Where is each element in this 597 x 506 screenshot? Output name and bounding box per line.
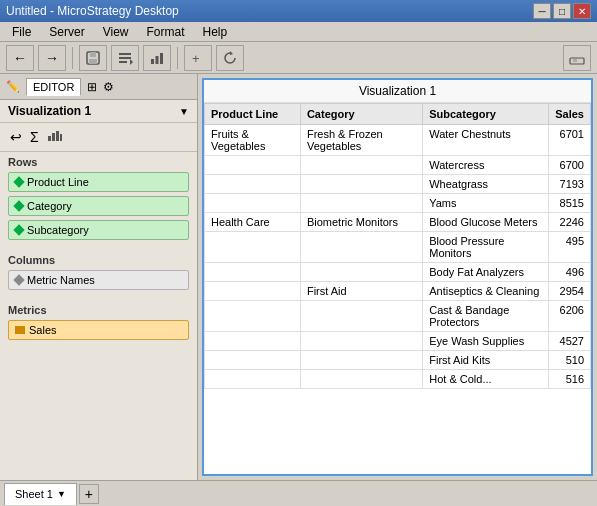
svg-rect-13 (573, 59, 577, 62)
svg-rect-3 (119, 53, 131, 55)
svg-rect-5 (119, 61, 127, 63)
app-title: Untitled - MicroStrategy Desktop (6, 4, 179, 18)
col-header-category: Category (300, 104, 422, 125)
undo-icon[interactable]: ↩ (8, 127, 24, 147)
close-button[interactable]: ✕ (573, 3, 591, 19)
metrics-label: Metrics (0, 300, 197, 318)
diamond-icon (13, 176, 24, 187)
table-row: Cast & Bandage Protectors6206 (205, 301, 591, 332)
filter-icon[interactable]: ⊞ (87, 80, 97, 94)
visualization-label: Visualization 1 ▼ (0, 100, 197, 123)
metrics-rect-icon (15, 326, 25, 334)
table-row: Body Fat Analyzers496 (205, 263, 591, 282)
svg-rect-4 (119, 57, 131, 59)
title-bar: Untitled - MicroStrategy Desktop ─ □ ✕ (0, 0, 597, 22)
add-sheet-button[interactable]: + (79, 484, 99, 504)
subcategory-pill[interactable]: Subcategory (8, 220, 189, 240)
product-line-pill[interactable]: Product Line (8, 172, 189, 192)
chart-small-icon[interactable] (45, 127, 65, 147)
data-table: Product Line Category Subcategory Sales … (204, 103, 591, 389)
columns-label: Columns (0, 250, 197, 268)
minimize-button[interactable]: ─ (533, 3, 551, 19)
refresh-button[interactable] (216, 45, 244, 71)
svg-rect-9 (160, 53, 163, 64)
table-row: Hot & Cold...516 (205, 370, 591, 389)
maximize-button[interactable]: □ (553, 3, 571, 19)
sigma-icon[interactable]: Σ (28, 127, 41, 147)
svg-rect-1 (90, 52, 96, 57)
svg-rect-2 (89, 59, 97, 64)
menu-bar: File Server View Format Help (0, 22, 597, 42)
toolbar-separator-1 (72, 47, 73, 69)
menu-view[interactable]: View (95, 23, 137, 41)
editor-tab[interactable]: EDITOR (26, 78, 81, 96)
table-row: Wheatgrass7193 (205, 175, 591, 194)
menu-help[interactable]: Help (195, 23, 236, 41)
metrics-section: Metrics Sales (0, 300, 197, 342)
chevron-icon[interactable]: ▼ (179, 106, 189, 117)
panel-tools: ↩ Σ (0, 123, 197, 152)
table-row: Eye Wash Supplies4527 (205, 332, 591, 351)
table-row: Health CareBiometric MonitorsBlood Gluco… (205, 213, 591, 232)
forward-button[interactable]: → (38, 45, 66, 71)
svg-rect-8 (156, 56, 159, 64)
viz-title: Visualization 1 (204, 80, 591, 103)
sales-pill[interactable]: Sales (8, 320, 189, 340)
svg-rect-7 (151, 59, 154, 64)
metric-names-pill[interactable]: Metric Names (8, 270, 189, 290)
settings-icon[interactable]: ⚙ (103, 80, 114, 94)
svg-rect-17 (60, 134, 62, 141)
chart-button[interactable] (143, 45, 171, 71)
svg-rect-14 (48, 136, 51, 141)
add-button[interactable]: + (184, 45, 212, 71)
category-pill[interactable]: Category (8, 196, 189, 216)
table-row: Fruits & VegetablesFresh & Frozen Vegeta… (205, 125, 591, 156)
sheet-chevron-icon[interactable]: ▼ (57, 489, 66, 499)
diamond-icon (13, 200, 24, 211)
menu-server[interactable]: Server (41, 23, 92, 41)
toolbar: ← → + (0, 42, 597, 74)
table-header-row: Product Line Category Subcategory Sales (205, 104, 591, 125)
back-button[interactable]: ← (6, 45, 34, 71)
svg-marker-6 (130, 59, 133, 65)
tab-bar: Sheet 1 ▼ + (0, 480, 597, 506)
panel-header: ✏️ EDITOR ⊞ ⚙ (0, 74, 197, 100)
visualization-panel: Visualization 1 Product Line Category Su… (202, 78, 593, 476)
svg-marker-11 (230, 51, 233, 55)
menu-format[interactable]: Format (138, 23, 192, 41)
toolbar-separator-2 (177, 47, 178, 69)
publish-button[interactable] (563, 45, 591, 71)
save-button[interactable] (79, 45, 107, 71)
table-row: First AidAntiseptics & Cleaning2954 (205, 282, 591, 301)
columns-section: Columns Metric Names (0, 250, 197, 292)
layout-button[interactable] (111, 45, 139, 71)
metric-diamond-icon (13, 274, 24, 285)
table-row: Yams8515 (205, 194, 591, 213)
svg-rect-16 (56, 131, 59, 141)
window-controls: ─ □ ✕ (533, 3, 591, 19)
rows-label: Rows (0, 152, 197, 170)
svg-text:+: + (192, 51, 200, 66)
table-row: Watercress6700 (205, 156, 591, 175)
table-row: First Aid Kits510 (205, 351, 591, 370)
col-header-subcategory: Subcategory (423, 104, 549, 125)
svg-rect-15 (52, 133, 55, 141)
menu-file[interactable]: File (4, 23, 39, 41)
main-area: ✏️ EDITOR ⊞ ⚙ Visualization 1 ▼ ↩ Σ Rows… (0, 74, 597, 480)
sheet-tab-1[interactable]: Sheet 1 ▼ (4, 483, 77, 505)
col-header-sales: Sales (549, 104, 591, 125)
diamond-icon (13, 224, 24, 235)
col-header-product-line: Product Line (205, 104, 301, 125)
left-panel: ✏️ EDITOR ⊞ ⚙ Visualization 1 ▼ ↩ Σ Rows… (0, 74, 198, 480)
table-row: Blood Pressure Monitors495 (205, 232, 591, 263)
